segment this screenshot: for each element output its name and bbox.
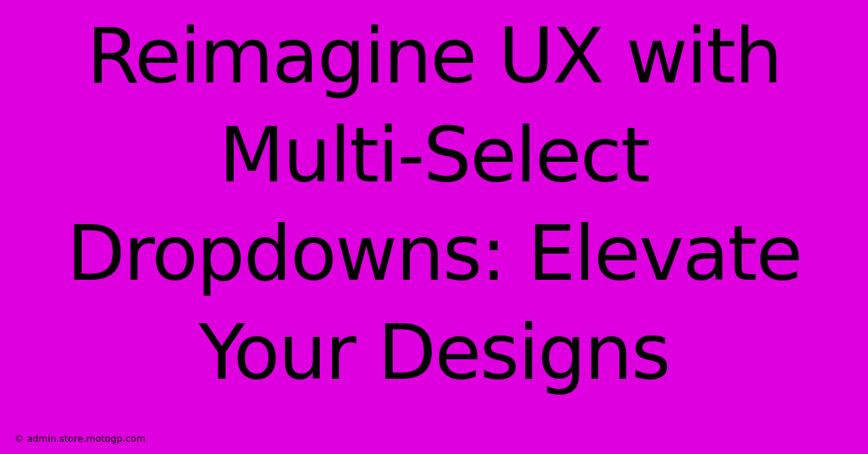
headline-text: Reimagine UX with Multi-Select Dropdowns… (0, 0, 868, 402)
attribution-text: © admin.store.motogp.com (14, 433, 145, 444)
